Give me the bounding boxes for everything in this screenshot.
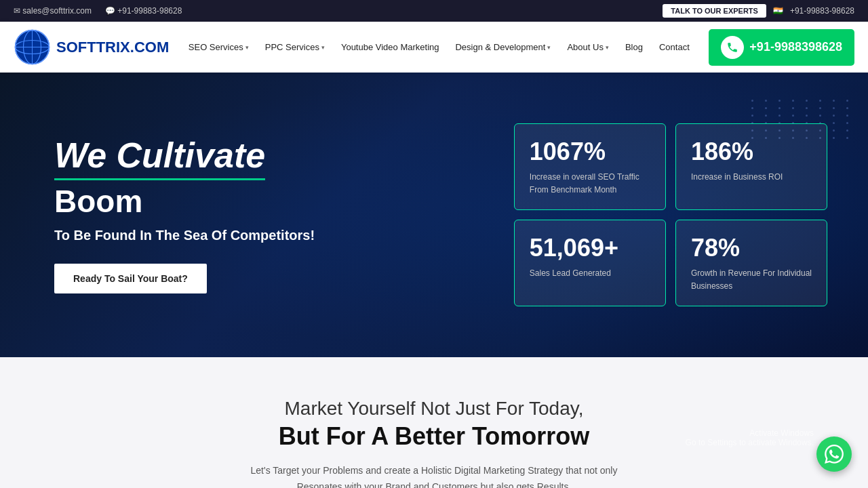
- top-bar-phone: +91-99883-98628: [790, 6, 854, 16]
- hero-title-boom: Boom: [54, 183, 487, 220]
- below-title-bold: But For A Better Tomorrow: [27, 422, 841, 451]
- below-title-light: Market Yourself Not Just For Today,: [27, 398, 841, 420]
- phone-contact[interactable]: 💬 +91-99883-98628: [105, 6, 182, 16]
- stat-card-leads: 51,069+ Sales Lead Generated: [514, 220, 666, 306]
- nav-link-youtube[interactable]: Youtube Video Marketing: [334, 37, 446, 58]
- stat-label-revenue: Growth in Revenue For Individual Busines…: [691, 268, 812, 291]
- stat-number-leads: 51,069+: [530, 234, 650, 262]
- nav-item-blog[interactable]: Blog: [618, 37, 650, 58]
- nav-link-contact[interactable]: Contact: [652, 37, 696, 58]
- logo-globe-icon: [14, 28, 51, 66]
- nav-item-about[interactable]: About Us ▾: [560, 37, 615, 58]
- hero-title: We Cultivate Boom: [54, 136, 487, 219]
- phone-svg-icon: [726, 41, 738, 54]
- nav-link-blog[interactable]: Blog: [618, 37, 650, 58]
- talk-to-experts-button[interactable]: TALK TO OUR EXPERTS: [663, 4, 766, 18]
- nav-item-seo[interactable]: SEO Services ▾: [182, 37, 256, 58]
- nav-item-contact[interactable]: Contact: [652, 37, 696, 58]
- navbar: SOFTTRIX.COM SEO Services ▾ PPC Services…: [0, 22, 868, 73]
- logo[interactable]: SOFTTRIX.COM: [14, 28, 169, 66]
- whatsapp-icon: [825, 445, 844, 464]
- hero-subtitle: To Be Found In The Sea Of Competitors!: [54, 228, 487, 243]
- hero-stats-grid: 1067% Increase in overall SEO Traffic Fr…: [514, 123, 827, 306]
- nav-link-seo[interactable]: SEO Services ▾: [182, 37, 256, 58]
- stat-number-seo: 1067%: [530, 138, 650, 166]
- chevron-down-icon: ▾: [321, 44, 325, 51]
- nav-item-youtube[interactable]: Youtube Video Marketing: [334, 37, 446, 58]
- nav-link-design[interactable]: Design & Development ▾: [448, 37, 557, 58]
- stat-number-revenue: 78%: [691, 234, 812, 262]
- logo-text: SOFTTRIX.COM: [56, 39, 169, 56]
- phone-cta-icon: [721, 36, 744, 59]
- stat-card-roi: 186% Increase in Business ROI: [675, 123, 827, 210]
- hero-left: We Cultivate Boom To Be Found In The Sea…: [54, 136, 487, 293]
- hero-cta-button[interactable]: Ready To Sail Your Boat?: [54, 264, 207, 293]
- stat-card-seo-traffic: 1067% Increase in overall SEO Traffic Fr…: [514, 123, 666, 210]
- hero-title-cultivate: We Cultivate: [54, 136, 265, 180]
- stat-card-revenue: 78% Growth in Revenue For Individual Bus…: [675, 220, 827, 306]
- flag-icon: 🇮🇳: [773, 6, 783, 16]
- stat-number-roi: 186%: [691, 138, 812, 166]
- phone-cta-button[interactable]: +91-9988398628: [709, 29, 854, 66]
- email-icon: ✉: [14, 6, 22, 16]
- stat-label-seo: Increase in overall SEO Traffic From Ben…: [530, 172, 639, 195]
- top-bar-left: ✉ sales@softtrix.com 💬 +91-99883-98628: [14, 6, 182, 16]
- chevron-down-icon: ▾: [606, 44, 609, 51]
- whatsapp-float-button[interactable]: [816, 436, 852, 472]
- below-hero-section: Market Yourself Not Just For Today, But …: [0, 357, 868, 488]
- top-bar-right: TALK TO OUR EXPERTS 🇮🇳 +91-99883-98628: [663, 4, 854, 18]
- nav-links: SEO Services ▾ PPC Services ▾ Youtube Vi…: [182, 37, 696, 58]
- stat-label-leads: Sales Lead Generated: [530, 268, 611, 278]
- nav-link-about[interactable]: About Us ▾: [560, 37, 615, 58]
- nav-item-ppc[interactable]: PPC Services ▾: [258, 37, 332, 58]
- chevron-down-icon: ▾: [245, 44, 249, 51]
- chevron-down-icon: ▾: [547, 44, 551, 51]
- email-contact[interactable]: ✉ sales@softtrix.com: [14, 6, 92, 16]
- top-bar: ✉ sales@softtrix.com 💬 +91-99883-98628 T…: [0, 0, 868, 22]
- nav-link-ppc[interactable]: PPC Services ▾: [258, 37, 332, 58]
- hero-section: We Cultivate Boom To Be Found In The Sea…: [0, 73, 868, 357]
- below-description: Let's Target your Problems and create a …: [231, 463, 637, 488]
- nav-item-design[interactable]: Design & Development ▾: [448, 37, 557, 58]
- whatsapp-icon-top: 💬: [105, 6, 117, 16]
- stat-label-roi: Increase in Business ROI: [691, 172, 783, 182]
